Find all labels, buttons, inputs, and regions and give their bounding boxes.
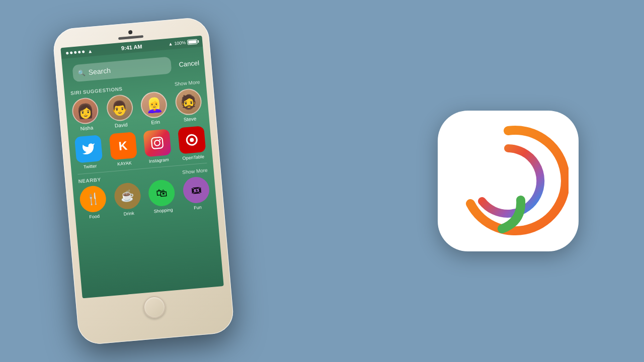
contact-nisha[interactable]: 👩 Nisha — [71, 97, 100, 132]
signal-dot-3 — [74, 51, 76, 53]
battery-icon — [187, 39, 198, 45]
mic-icon: 🎤 — [208, 57, 216, 65]
app-name-kayak: KAYAK — [117, 160, 132, 166]
siri-section-title: SIRI SUGGESTIONS — [70, 86, 123, 96]
svg-point-4 — [190, 138, 194, 142]
nearby-fun[interactable]: 🎟 Fun — [182, 176, 211, 211]
nearby-food[interactable]: 🍴 Food — [79, 185, 108, 220]
signal-indicators: ▲ — [66, 48, 93, 56]
svg-point-1 — [154, 140, 160, 146]
contact-name-nisha: Nisha — [80, 125, 93, 131]
kayak-icon: K — [109, 132, 137, 160]
battery-percent: 100% — [174, 40, 186, 46]
twitter-icon — [74, 135, 103, 163]
contact-erin[interactable]: 👱‍♀️ Erin — [140, 90, 169, 126]
fun-icon: 🎟 — [182, 176, 210, 204]
contact-name-erin: Erin — [151, 119, 160, 126]
svg-rect-0 — [151, 137, 163, 149]
drink-icon: ☕ — [113, 182, 141, 210]
search-bar[interactable]: 🔍 Search — [72, 56, 172, 82]
speaker-grill — [118, 35, 143, 40]
nearby-shopping[interactable]: 🛍 Shopping — [147, 179, 177, 214]
nearby-name-shopping: Shopping — [153, 207, 173, 214]
signal-dot-2 — [70, 51, 72, 54]
battery-area: ▲ 100% — [168, 39, 198, 47]
nearby-name-fun: Fun — [194, 205, 202, 210]
contact-steve[interactable]: 🧔 Steve — [174, 87, 203, 123]
nearby-drink[interactable]: ☕ Drink — [113, 182, 142, 217]
status-time: 9:41 AM — [121, 43, 142, 51]
instagram-icon — [143, 129, 172, 157]
app-name-instagram: Instagram — [148, 157, 169, 163]
siri-suggestions-section: SIRI SUGGESTIONS Show More 👩 Nisha 👨 Dav… — [64, 78, 217, 221]
ios9-logo — [438, 111, 579, 251]
avatar-erin: 👱‍♀️ — [140, 90, 168, 119]
app-kayak[interactable]: K KAYAK — [109, 132, 138, 167]
nearby-name-food: Food — [89, 214, 100, 220]
nearby-name-drink: Drink — [123, 211, 134, 217]
home-button[interactable] — [142, 295, 167, 319]
app-twitter[interactable]: Twitter — [74, 135, 104, 170]
mic-button[interactable]: 🎤 — [205, 54, 220, 69]
search-placeholder-text: Search — [88, 66, 111, 76]
app-name-twitter: Twitter — [83, 163, 97, 169]
signal-dot-1 — [66, 52, 68, 54]
search-magnifier-icon: 🔍 — [77, 69, 86, 76]
nearby-section-title: NEARBY — [78, 176, 101, 184]
avatar-nisha: 👩 — [71, 97, 99, 125]
cancel-button[interactable]: Cancel — [179, 59, 200, 68]
battery-fill — [188, 40, 196, 44]
shopping-icon: 🛍 — [147, 179, 176, 207]
front-camera — [128, 30, 133, 35]
phone-frame: ▲ 9:41 AM ▲ 100% 🔍 Search 🎤 Cancel — [52, 17, 235, 346]
nearby-show-more[interactable]: Show More — [182, 167, 208, 175]
nearby-row: 🍴 Food ☕ Drink 🛍 Shopping 🎟 Fun — [79, 176, 211, 220]
signal-dot-4 — [78, 50, 80, 53]
wifi-icon: ▲ — [88, 48, 93, 54]
opentable-icon — [178, 126, 206, 154]
app-opentable[interactable]: OpenTable — [178, 126, 207, 161]
svg-point-2 — [159, 139, 161, 141]
phone-screen: ▲ 9:41 AM ▲ 100% 🔍 Search 🎤 Cancel — [60, 36, 224, 299]
avatar-david: 👨 — [106, 94, 134, 122]
contact-name-david: David — [115, 122, 128, 128]
contact-david[interactable]: 👨 David — [106, 94, 135, 129]
food-icon: 🍴 — [79, 185, 107, 213]
contact-name-steve: Steve — [183, 116, 196, 122]
contacts-row: 👩 Nisha 👨 David 👱‍♀️ Erin — [71, 87, 203, 132]
avatar-steve: 🧔 — [174, 87, 202, 116]
signal-dot-5 — [82, 50, 85, 53]
app-instagram[interactable]: Instagram — [143, 129, 173, 164]
apps-row: Twitter K KAYAK Instagram — [74, 126, 207, 170]
location-icon: ▲ — [168, 41, 173, 47]
siri-show-more[interactable]: Show More — [174, 79, 200, 86]
app-name-opentable: OpenTable — [182, 154, 204, 161]
